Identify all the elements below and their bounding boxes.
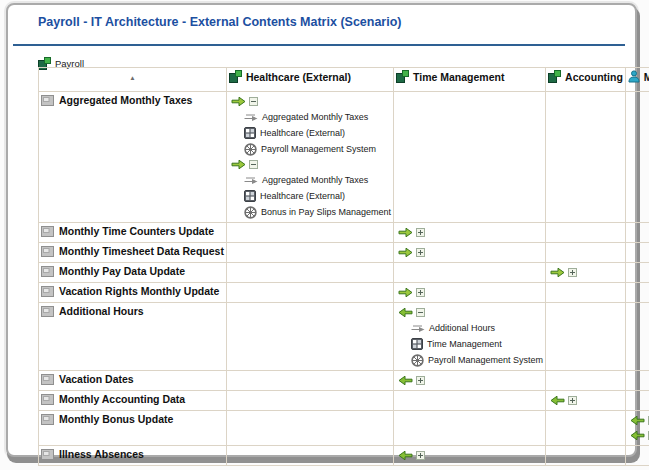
- connection-arrow-right-icon[interactable]: [550, 267, 565, 278]
- transfer-arrow-icon: [244, 175, 258, 185]
- tree-item[interactable]: Payroll Management System: [411, 352, 543, 368]
- matrix-cell[interactable]: [546, 411, 626, 446]
- matrix-cell[interactable]: [226, 411, 393, 446]
- connection-arrow-right-icon[interactable]: [231, 96, 246, 107]
- row-header-3[interactable]: Monthly Timesheet Data Request: [39, 243, 227, 263]
- matrix-cell[interactable]: [546, 391, 626, 411]
- connection-arrow-left-icon[interactable]: [550, 395, 565, 406]
- collapse-icon[interactable]: [416, 308, 425, 317]
- matrix-cell[interactable]: [546, 263, 626, 283]
- matrix-cell[interactable]: [625, 411, 649, 446]
- matrix-cell[interactable]: [546, 446, 626, 466]
- matrix-cell[interactable]: [625, 446, 649, 466]
- sort-ascending-icon[interactable]: ▲: [129, 74, 135, 81]
- tree-item[interactable]: Additional Hours: [411, 320, 543, 336]
- connection-arrow-right-icon[interactable]: [398, 287, 413, 298]
- tree-item[interactable]: Payroll Management System: [244, 141, 391, 157]
- row-header-label: Illness Absences: [59, 448, 144, 460]
- matrix-cell[interactable]: [394, 92, 546, 223]
- row-header-1[interactable]: Aggregated Monthly Taxes: [39, 92, 227, 223]
- row-header-label: Monthly Timesheet Data Request: [59, 245, 224, 257]
- tree-item[interactable]: Time Management: [411, 336, 543, 352]
- connection-arrow-left-icon[interactable]: [398, 307, 413, 318]
- connection-entry: [396, 245, 543, 260]
- connection-arrow-right-icon[interactable]: [398, 247, 413, 258]
- connection-arrow-left-icon[interactable]: [630, 430, 645, 441]
- row-header-label: Vacation Rights Monthly Update: [59, 285, 219, 297]
- connection-arrow-left-icon[interactable]: [630, 415, 645, 426]
- row-header-10[interactable]: Illness Absences: [39, 446, 227, 466]
- row-header-4[interactable]: Monthly Pay Data Update: [39, 263, 227, 283]
- matrix-cell[interactable]: [625, 263, 649, 283]
- row-header-2[interactable]: Monthly Time Counters Update: [39, 223, 227, 243]
- matrix-cell[interactable]: [226, 371, 393, 391]
- table-row: Monthly Time Counters Update: [39, 223, 649, 243]
- matrix-cell[interactable]: [394, 371, 546, 391]
- collapse-icon[interactable]: [249, 97, 258, 106]
- expand-icon[interactable]: [416, 248, 425, 257]
- row-header-label: Monthly Accounting Data: [59, 393, 185, 405]
- row-header-8[interactable]: Monthly Accounting Data: [39, 391, 227, 411]
- expand-icon[interactable]: [416, 228, 425, 237]
- matrix-cell[interactable]: [394, 446, 546, 466]
- application-icon: [411, 338, 423, 350]
- column-header-2[interactable]: Time Management: [394, 68, 546, 92]
- column-header-4[interactable]: Manager: [625, 68, 649, 92]
- matrix-cell[interactable]: [546, 371, 626, 391]
- connection-arrow-right-icon[interactable]: [398, 227, 413, 238]
- matrix-cell[interactable]: [625, 283, 649, 303]
- matrix-cell[interactable]: [226, 223, 393, 243]
- matrix-cell[interactable]: [625, 371, 649, 391]
- matrix-cell[interactable]: [226, 263, 393, 283]
- matrix-cell[interactable]: [394, 411, 546, 446]
- matrix-cell[interactable]: [394, 263, 546, 283]
- connection-arrow-left-icon[interactable]: [398, 450, 413, 461]
- matrix-cell[interactable]: [625, 92, 649, 223]
- column-header-3[interactable]: Accounting: [546, 68, 626, 92]
- matrix-cell[interactable]: [226, 283, 393, 303]
- matrix-cell[interactable]: [625, 391, 649, 411]
- matrix-cell[interactable]: [546, 283, 626, 303]
- matrix-cell[interactable]: [394, 223, 546, 243]
- row-header-7[interactable]: Vacation Dates: [39, 371, 227, 391]
- connection-arrow-right-icon[interactable]: [231, 159, 246, 170]
- matrix-cell[interactable]: [394, 243, 546, 263]
- cluster-icon: [41, 95, 54, 106]
- matrix-cell[interactable]: [546, 223, 626, 243]
- expand-icon[interactable]: [416, 288, 425, 297]
- collapse-icon[interactable]: [249, 160, 258, 169]
- matrix-cell[interactable]: Aggregated Monthly Taxes Healthcare (Ext…: [226, 92, 393, 223]
- tree-item-label: Bonus in Pay Slips Management: [261, 207, 391, 217]
- column-header-1[interactable]: Healthcare (External): [226, 68, 393, 92]
- matrix-cell[interactable]: [394, 283, 546, 303]
- matrix-cell[interactable]: [625, 223, 649, 243]
- matrix-cell[interactable]: [394, 391, 546, 411]
- expand-icon[interactable]: [416, 376, 425, 385]
- connection-arrow-left-icon[interactable]: [398, 375, 413, 386]
- row-header-5[interactable]: Vacation Rights Monthly Update: [39, 283, 227, 303]
- matrix-cell[interactable]: [226, 391, 393, 411]
- tree-item[interactable]: Healthcare (External): [244, 188, 391, 204]
- connection-entry: [396, 373, 543, 388]
- column-header-label: Healthcare (External): [246, 71, 351, 83]
- row-header-9[interactable]: Monthly Bonus Update: [39, 411, 227, 446]
- tree-item[interactable]: Aggregated Monthly Taxes: [244, 109, 391, 125]
- matrix-cell[interactable]: [625, 243, 649, 263]
- matrix-cell[interactable]: [546, 243, 626, 263]
- expand-icon[interactable]: [568, 396, 577, 405]
- row-header-6[interactable]: Additional Hours: [39, 303, 227, 371]
- matrix-cell[interactable]: [226, 243, 393, 263]
- tree-item[interactable]: Aggregated Monthly Taxes: [244, 172, 391, 188]
- matrix-cell[interactable]: [546, 92, 626, 223]
- tree-item[interactable]: Healthcare (External): [244, 125, 391, 141]
- table-row: Illness Absences: [39, 446, 649, 466]
- matrix-cell[interactable]: Additional Hours Time Management Payroll…: [394, 303, 546, 371]
- tree-item[interactable]: Bonus in Pay Slips Management: [244, 204, 391, 220]
- matrix-cell[interactable]: [226, 303, 393, 371]
- expand-icon[interactable]: [416, 451, 425, 460]
- matrix-cell[interactable]: [625, 303, 649, 371]
- matrix-cell[interactable]: [226, 446, 393, 466]
- expand-icon[interactable]: [568, 268, 577, 277]
- matrix-cell[interactable]: [546, 303, 626, 371]
- row-header-label: Monthly Pay Data Update: [59, 265, 185, 277]
